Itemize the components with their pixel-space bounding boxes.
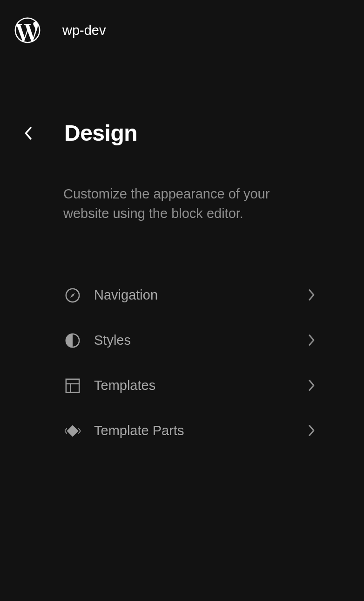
menu-list: Navigation Styles T (0, 273, 364, 453)
svg-rect-3 (66, 379, 79, 392)
chevron-right-icon (308, 424, 317, 437)
layout-icon (64, 377, 81, 394)
page-title: Design (64, 120, 137, 146)
chevron-right-icon (308, 379, 317, 392)
page-description: Customize the appearance of your website… (0, 184, 364, 223)
site-title[interactable]: wp-dev (62, 23, 106, 38)
header-bar: wp-dev (0, 0, 364, 61)
chevron-right-icon (308, 334, 317, 347)
wordpress-logo-icon[interactable] (14, 17, 41, 44)
menu-item-label: Styles (94, 333, 308, 348)
diamond-icon (64, 423, 81, 439)
menu-item-label: Template Parts (94, 423, 308, 438)
menu-item-styles[interactable]: Styles (64, 318, 317, 363)
menu-item-templates[interactable]: Templates (64, 363, 317, 408)
back-button[interactable] (19, 124, 37, 143)
menu-item-navigation[interactable]: Navigation (64, 273, 317, 318)
title-row: Design (0, 120, 364, 146)
menu-item-label: Navigation (94, 287, 308, 303)
menu-item-template-parts[interactable]: Template Parts (64, 408, 317, 453)
contrast-icon (64, 332, 81, 349)
chevron-right-icon (308, 289, 317, 302)
menu-item-label: Templates (94, 378, 308, 393)
compass-icon (64, 287, 81, 304)
